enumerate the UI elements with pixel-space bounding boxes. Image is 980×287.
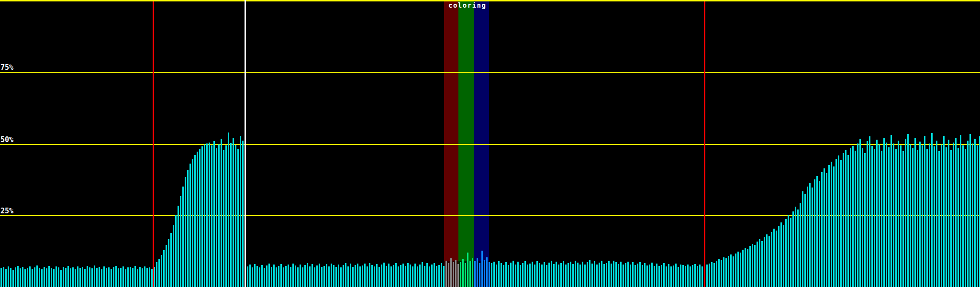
histogram-bar (706, 265, 708, 287)
histogram-bar (326, 264, 327, 287)
histogram-bar (158, 259, 160, 287)
histogram-bar (687, 265, 689, 287)
histogram-bar (312, 264, 313, 287)
histogram-bar (445, 261, 447, 287)
histogram-bar (498, 261, 500, 287)
histogram-bar (599, 263, 600, 287)
histogram-bar (410, 265, 411, 287)
histogram-bar (881, 151, 882, 287)
histogram-bar (635, 265, 636, 287)
histogram-bar (603, 264, 605, 287)
histogram-bar (180, 196, 181, 287)
histogram-bar (711, 262, 713, 287)
histogram-bar (697, 266, 698, 287)
histogram-bar (240, 136, 241, 287)
histogram-bar (874, 149, 875, 287)
histogram-bar (544, 262, 545, 287)
histogram-bar (524, 261, 526, 287)
histogram-bar (546, 265, 547, 287)
histogram-bar (594, 261, 595, 287)
histogram-bar (192, 159, 193, 287)
histogram-bar (161, 255, 162, 287)
histogram-bar (46, 268, 47, 287)
histogram-bar (879, 144, 880, 287)
histogram-bar (139, 267, 141, 287)
histogram-bar (146, 268, 148, 287)
histogram-bar (424, 266, 425, 287)
histogram-bar (230, 143, 232, 287)
histogram-bar (929, 144, 930, 287)
histogram-bar (977, 145, 978, 287)
histogram-bar (187, 170, 189, 287)
histogram-bar (611, 264, 612, 287)
histogram-bar (127, 267, 129, 287)
histogram-bar (548, 263, 550, 287)
histogram-bar (867, 141, 868, 287)
histogram-bar (910, 144, 911, 287)
histogram-bar (462, 259, 464, 287)
histogram-bar (364, 264, 366, 287)
histogram-bar (89, 267, 90, 287)
histogram-bar (907, 134, 909, 287)
histogram-bar (824, 168, 825, 287)
histogram-bar (740, 253, 741, 287)
histogram-bar (639, 262, 641, 287)
histogram-bar (721, 260, 722, 287)
histogram-bar (723, 257, 724, 287)
histogram-bar (438, 265, 440, 287)
histogram-bar (63, 267, 64, 287)
histogram-bar (941, 144, 942, 287)
histogram-bar (888, 147, 890, 287)
histogram-bar (300, 265, 301, 287)
histogram-bar (189, 164, 191, 287)
histogram-bar (517, 262, 519, 287)
red-marker-line (704, 1, 705, 287)
histogram-bar (417, 266, 418, 287)
histogram-bar (572, 264, 574, 287)
histogram-bar (783, 225, 784, 287)
histogram-bar (840, 160, 842, 287)
histogram-bar (658, 266, 660, 287)
histogram-bar (122, 266, 124, 287)
histogram-bar (757, 242, 758, 287)
histogram-bar (642, 265, 643, 287)
histogram-bar (481, 251, 483, 287)
histogram-bar (646, 265, 648, 287)
histogram-bar (115, 266, 117, 287)
histogram-bar (103, 266, 105, 287)
histogram-bar (656, 264, 657, 287)
histogram-bar (615, 262, 617, 287)
histogram-bar (627, 262, 629, 287)
histogram-bar (508, 265, 509, 287)
histogram-bar (804, 194, 806, 287)
histogram-bar (522, 263, 523, 287)
histogram-bar (871, 146, 873, 287)
histogram-bar (72, 267, 74, 287)
histogram-bar (297, 267, 299, 287)
histogram-bar (426, 263, 428, 287)
histogram-bar (178, 206, 179, 287)
histogram-bar (520, 265, 521, 287)
histogram-bar (82, 267, 83, 287)
histogram-bar (134, 266, 136, 287)
histogram-bar (125, 269, 126, 287)
histogram-bar (201, 146, 203, 287)
histogram-bar (455, 260, 457, 287)
histogram-bar (259, 267, 260, 287)
histogram-bar (130, 267, 131, 287)
histogram-bar (563, 261, 564, 287)
histogram-bar (96, 268, 98, 287)
histogram-bar (163, 250, 165, 287)
histogram-bar (675, 264, 677, 287)
histogram-bar (395, 263, 397, 287)
histogram-bar (182, 187, 184, 287)
histogram-bar (814, 179, 815, 287)
histogram-bar (694, 264, 696, 287)
histogram-bar (453, 262, 454, 287)
histogram-bar (965, 149, 966, 287)
histogram-bar (441, 263, 442, 287)
histogram-bar (934, 146, 935, 287)
y-tick-25: 25% (0, 208, 13, 215)
histogram-bar (972, 144, 973, 287)
histogram-bar (20, 268, 21, 287)
